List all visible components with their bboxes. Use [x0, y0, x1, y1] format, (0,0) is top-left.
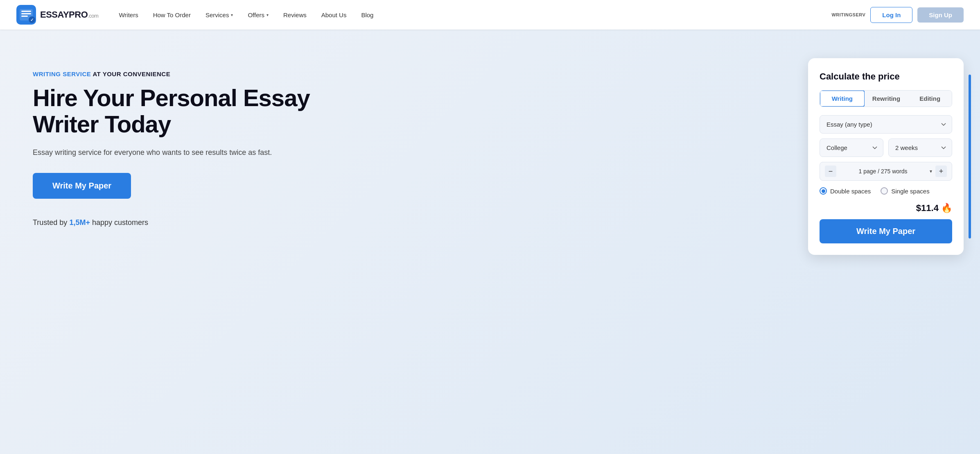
signup-button[interactable]: Sign Up [917, 7, 964, 23]
svg-rect-3 [21, 13, 31, 14]
tab-rewriting[interactable]: Rewriting [865, 91, 908, 107]
academic-level-select[interactable]: High School College University Master's … [820, 138, 883, 157]
logo-icon: ✓ [16, 5, 36, 25]
hero-badge-normal: AT YOUR CONVENIENCE [93, 70, 170, 77]
single-spaces-text: Single spaces [891, 188, 929, 195]
tab-writing[interactable]: Writing [820, 90, 865, 107]
price-value: $11.4 [916, 203, 939, 213]
pages-label: 1 page / 275 words [840, 168, 926, 175]
pages-plus-button[interactable]: + [935, 166, 947, 177]
logo[interactable]: ✓ ESSAYPRO.com [16, 5, 98, 25]
trusted-count: 1,5M+ [69, 218, 90, 227]
nav-services[interactable]: Services ▾ [205, 11, 233, 18]
hero-badge: WRITING SERVICE AT YOUR CONVENIENCE [33, 70, 319, 77]
hero-write-paper-button[interactable]: Write My Paper [33, 173, 131, 199]
svg-text:✓: ✓ [30, 18, 34, 22]
type-tabs: Writing Rewriting Editing [820, 90, 952, 107]
deadline-select[interactable]: 6 hours 12 hours 24 hours 2 days 3 days … [888, 138, 952, 157]
calc-title: Calculate the price [820, 71, 952, 82]
nav-how-to-order[interactable]: How To Order [153, 11, 191, 18]
writing-serv-badge: WRITINGSERV [831, 12, 865, 17]
price-calculator: Calculate the price Writing Rewriting Ed… [808, 58, 964, 255]
nav-offers[interactable]: Offers ▾ [248, 11, 269, 18]
trusted-text: Trusted by 1,5M+ happy customers [33, 218, 319, 227]
tab-editing[interactable]: Editing [908, 91, 952, 107]
trusted-prefix: Trusted by [33, 218, 69, 227]
nav-reviews[interactable]: Reviews [283, 11, 307, 18]
pages-control: − 1 page / 275 words ▾ + [820, 162, 952, 181]
header-right: WRITINGSERV Log In Sign Up [831, 7, 964, 23]
hero-title: Hire Your Personal Essay Writer Today [33, 85, 319, 137]
calc-card: Calculate the price Writing Rewriting Ed… [808, 58, 964, 255]
hero-subtitle: Essay writing service for everyone who w… [33, 147, 319, 158]
pages-minus-button[interactable]: − [825, 166, 836, 177]
calc-write-paper-button[interactable]: Write My Paper [820, 219, 952, 243]
nav-writers[interactable]: Writers [119, 11, 138, 18]
hero-section: WRITING SERVICE AT YOUR CONVENIENCE Hire… [0, 30, 980, 454]
chevron-down-icon: ▾ [231, 13, 233, 17]
single-spaces-label[interactable]: Single spaces [881, 187, 929, 195]
main-nav: Writers How To Order Services ▾ Offers ▾… [119, 11, 831, 18]
nav-blog[interactable]: Blog [361, 11, 373, 18]
level-deadline-row: High School College University Master's … [820, 138, 952, 157]
logo-text: ESSAYPRO.com [40, 9, 98, 20]
paper-type-select[interactable]: Essay (any type) Research Paper Term Pap… [820, 115, 952, 134]
svg-rect-4 [21, 16, 28, 17]
pages-chevron-icon: ▾ [930, 168, 932, 174]
price-display: $11.4 🔥 [820, 203, 952, 213]
double-spaces-text: Double spaces [830, 188, 871, 195]
double-spaces-radio[interactable] [820, 187, 827, 195]
trusted-suffix: happy customers [90, 218, 148, 227]
header: ✓ ESSAYPRO.com Writers How To Order Serv… [0, 0, 980, 30]
hero-left: WRITING SERVICE AT YOUR CONVENIENCE Hire… [33, 62, 319, 227]
spacing-row: Double spaces Single spaces [820, 187, 952, 195]
chevron-down-icon: ▾ [266, 13, 269, 17]
nav-about-us[interactable]: About Us [321, 11, 347, 18]
svg-rect-2 [21, 11, 31, 12]
login-button[interactable]: Log In [870, 7, 912, 23]
hero-badge-highlight: WRITING SERVICE [33, 70, 91, 77]
double-spaces-label[interactable]: Double spaces [820, 187, 871, 195]
fire-icon: 🔥 [941, 203, 952, 213]
single-spaces-radio[interactable] [881, 187, 888, 195]
